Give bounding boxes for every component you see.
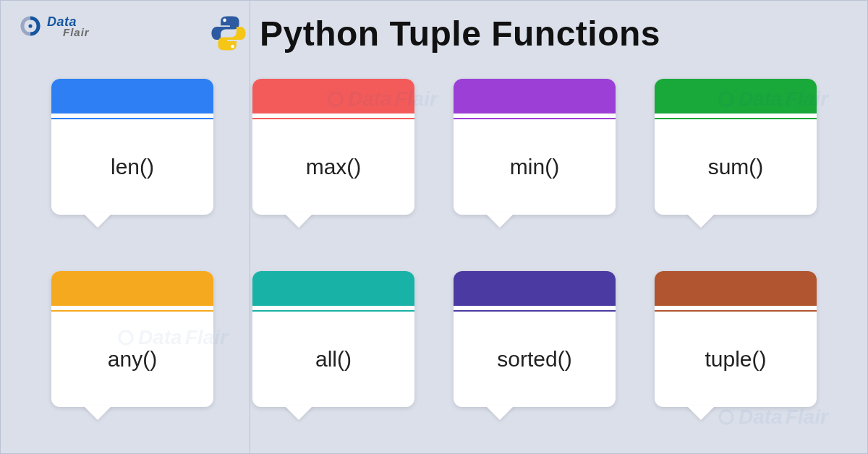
card-header — [252, 271, 414, 306]
function-card-len: len() — [51, 79, 213, 215]
function-card-sum: sum() — [655, 79, 817, 215]
card-label: min() — [454, 119, 616, 215]
card-label: tuple() — [655, 312, 817, 407]
function-card-min: min() — [454, 79, 616, 215]
title-row: Python Tuple Functions — [1, 12, 867, 54]
card-label: all() — [252, 312, 414, 407]
card-header — [454, 79, 616, 113]
card-header — [252, 79, 414, 113]
function-card-sorted: sorted() — [454, 271, 616, 407]
python-logo-icon — [208, 12, 250, 54]
function-card-tuple: tuple() — [655, 271, 817, 407]
svg-point-1 — [223, 19, 226, 22]
card-header — [454, 271, 616, 306]
functions-grid: len() max() min() sum() any() all() sort… — [1, 79, 867, 430]
card-header — [655, 271, 817, 306]
svg-point-2 — [231, 45, 234, 48]
card-header — [655, 79, 817, 113]
card-label: len() — [51, 119, 213, 215]
card-label: any() — [51, 312, 213, 407]
card-label: sorted() — [454, 312, 616, 407]
card-label: sum() — [655, 119, 817, 215]
function-card-max: max() — [252, 79, 414, 215]
page-title: Python Tuple Functions — [260, 14, 660, 53]
card-header — [51, 271, 213, 306]
function-card-any: any() — [51, 271, 213, 407]
card-label: max() — [252, 119, 414, 215]
card-header — [51, 79, 213, 113]
function-card-all: all() — [252, 271, 414, 407]
